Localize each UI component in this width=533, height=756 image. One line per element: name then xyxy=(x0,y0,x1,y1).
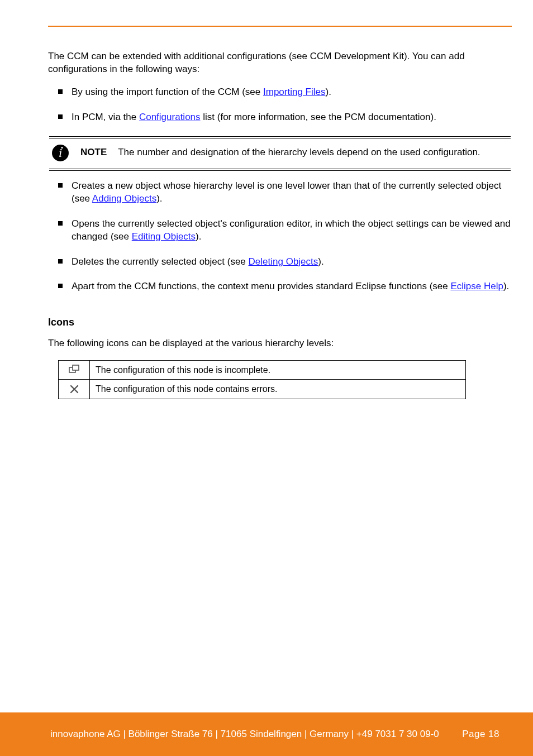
note-label: NOTE xyxy=(80,146,107,159)
list-text: ). xyxy=(325,87,331,97)
list-item: In PCM, via the Configurations list (for… xyxy=(72,111,512,124)
icons-heading: Icons xyxy=(48,315,512,329)
list-text: Apart from the CCM functions, the contex… xyxy=(72,281,450,291)
list-text: By using the import function of the CCM … xyxy=(72,87,263,97)
list-item: By using the import function of the CCM … xyxy=(72,86,512,99)
list-text: ). xyxy=(503,281,509,291)
svg-rect-4 xyxy=(73,365,79,370)
deleting-objects-link[interactable]: Deleting Objects xyxy=(249,256,318,267)
list-text: ). xyxy=(318,256,323,267)
editing-objects-link[interactable]: Editing Objects xyxy=(132,231,196,242)
list-item: Creates a new object whose hierarchy lev… xyxy=(72,180,512,205)
overlapping-squares-icon xyxy=(64,365,84,375)
page-content: The CCM can be extended with additional … xyxy=(48,50,512,399)
header-rule xyxy=(48,26,512,27)
configurations-link[interactable]: Configurations xyxy=(139,112,201,122)
svg-point-2 xyxy=(61,147,63,149)
note-box: i NOTE The number and designation of the… xyxy=(48,136,512,171)
context-menu-list: Creates a new object whose hierarchy lev… xyxy=(48,180,512,294)
icons-paragraph: The following icons can be displayed at … xyxy=(48,337,512,350)
extension-methods-list: By using the import function of the CCM … xyxy=(48,86,512,124)
error-config-icon-cell xyxy=(59,380,90,399)
list-text: ). xyxy=(196,231,201,242)
importing-files-link[interactable]: Importing Files xyxy=(263,87,325,97)
eclipse-help-link[interactable]: Eclipse Help xyxy=(450,281,503,291)
info-icon: i xyxy=(51,144,69,162)
list-item: Deletes the currently selected object (s… xyxy=(72,256,512,269)
footer-company-info: innovaphone AG | Böblinger Straße 76 | 7… xyxy=(50,729,439,740)
adding-objects-link[interactable]: Adding Objects xyxy=(92,193,156,204)
list-text: Deletes the currently selected object (s… xyxy=(72,256,249,267)
table-cell: The configuration of this node is incomp… xyxy=(90,360,466,380)
incomplete-config-icon-cell xyxy=(59,360,90,380)
note-rule-bottom xyxy=(49,169,511,171)
list-text: list (for more information, see the PCM … xyxy=(201,112,436,122)
list-item: Opens the currently selected object's co… xyxy=(72,218,512,243)
table-row: The configuration of this node is incomp… xyxy=(59,360,466,380)
list-text: ). xyxy=(156,193,162,204)
note-body: i NOTE The number and designation of the… xyxy=(48,138,512,169)
footer-page-number: Page 18 xyxy=(462,729,499,740)
list-text: In PCM, via the xyxy=(72,112,139,122)
icons-table: The configuration of this node is incomp… xyxy=(58,360,466,399)
table-row: The configuration of this node contains … xyxy=(59,380,466,399)
intro-paragraph: The CCM can be extended with additional … xyxy=(48,50,512,76)
list-item: Apart from the CCM functions, the contex… xyxy=(72,280,512,293)
page-footer: innovaphone AG | Böblinger Straße 76 | 7… xyxy=(0,712,533,756)
note-text: The number and designation of the hierar… xyxy=(118,146,480,159)
table-cell: The configuration of this node contains … xyxy=(90,380,466,399)
x-icon xyxy=(64,384,84,394)
